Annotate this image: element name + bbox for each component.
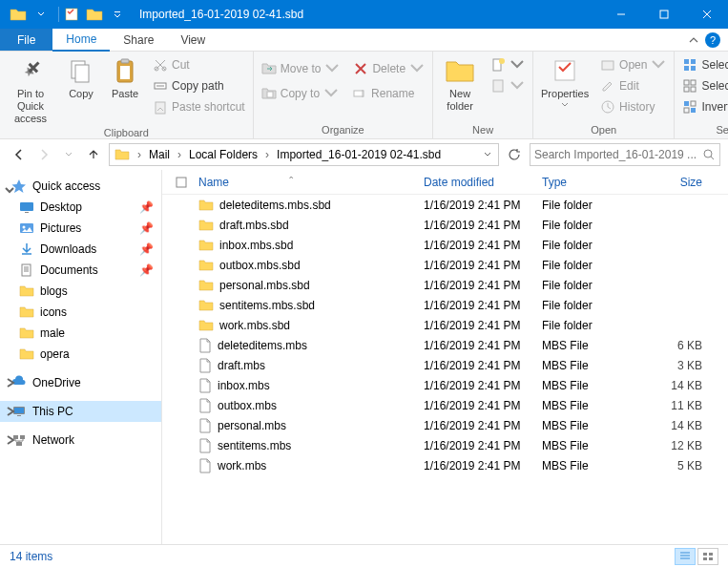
file-row[interactable]: outbox.mbs1/16/2019 2:41 PMMBS File11 KB bbox=[162, 395, 728, 415]
file-row[interactable]: sentitems.mbs.sbd1/16/2019 2:41 PMFile f… bbox=[162, 295, 728, 315]
help-icon[interactable]: ? bbox=[705, 32, 720, 48]
collapse-ribbon-icon[interactable] bbox=[688, 34, 699, 46]
ribbon: Pin to Quick access Copy Paste Cut Copy … bbox=[0, 52, 728, 139]
breadcrumb[interactable]: › Mail › Local Folders › Imported_16-01-… bbox=[109, 143, 499, 166]
tab-home[interactable]: Home bbox=[52, 29, 110, 52]
search-input[interactable] bbox=[534, 148, 702, 161]
column-date[interactable]: Date modified bbox=[418, 176, 536, 189]
column-size[interactable]: Size bbox=[641, 176, 708, 189]
select-none-button[interactable]: Select none bbox=[678, 76, 728, 95]
sidebar-quick-access[interactable]: Quick access bbox=[0, 176, 161, 197]
file-type: MBS File bbox=[536, 399, 641, 412]
file-row[interactable]: personal.mbs.sbd1/16/2019 2:41 PMFile fo… bbox=[162, 275, 728, 295]
history-button[interactable]: History bbox=[596, 97, 670, 116]
file-row[interactable]: deleteditems.mbs1/16/2019 2:41 PMMBS Fil… bbox=[162, 335, 728, 355]
pin-to-quick-access-button[interactable]: Pin to Quick access bbox=[4, 53, 57, 126]
large-icons-view-button[interactable] bbox=[697, 548, 718, 565]
file-type: File folder bbox=[536, 299, 641, 312]
back-button[interactable] bbox=[8, 143, 31, 166]
svg-rect-21 bbox=[691, 59, 696, 64]
new-folder-icon[interactable] bbox=[84, 4, 105, 25]
properties-icon[interactable] bbox=[61, 4, 82, 25]
folder-icon bbox=[198, 220, 214, 231]
chevron-right-icon[interactable]: › bbox=[135, 148, 144, 161]
folder-icon bbox=[198, 280, 214, 291]
breadcrumb-item[interactable]: Local Folders bbox=[184, 144, 262, 165]
file-row[interactable]: inbox.mbs.sbd1/16/2019 2:41 PMFile folde… bbox=[162, 235, 728, 255]
breadcrumb-item[interactable]: Mail bbox=[144, 144, 175, 165]
select-all-checkbox[interactable] bbox=[170, 177, 193, 188]
file-name: sentitems.mbs bbox=[218, 439, 291, 452]
file-name: outbox.mbs.sbd bbox=[219, 259, 301, 272]
select-all-button[interactable]: Select all bbox=[678, 55, 728, 74]
maximize-button[interactable] bbox=[642, 0, 685, 29]
new-item-button[interactable] bbox=[487, 55, 529, 74]
sidebar-downloads[interactable]: Downloads📌 bbox=[0, 239, 161, 260]
file-row[interactable]: personal.mbs1/16/2019 2:41 PMMBS File14 … bbox=[162, 415, 728, 435]
sidebar-pictures[interactable]: Pictures📌 bbox=[0, 218, 161, 239]
ribbon-group-clipboard: Pin to Quick access Copy Paste Cut Copy … bbox=[0, 52, 254, 138]
sidebar-opera[interactable]: opera bbox=[0, 344, 161, 365]
easy-access-button[interactable] bbox=[487, 76, 529, 95]
recent-dropdown-icon[interactable] bbox=[57, 143, 80, 166]
move-to-button[interactable]: Move to bbox=[258, 59, 344, 78]
refresh-button[interactable] bbox=[503, 143, 526, 166]
file-size: 14 KB bbox=[641, 379, 708, 392]
rename-button[interactable]: Rename bbox=[348, 84, 418, 103]
copy-button[interactable]: Copy bbox=[61, 53, 101, 100]
column-type[interactable]: Type bbox=[536, 176, 641, 189]
copy-to-button[interactable]: Copy to bbox=[258, 84, 343, 103]
copy-path-button[interactable]: Copy path bbox=[149, 76, 249, 95]
breadcrumb-item[interactable]: Imported_16-01-2019 02-41.sbd bbox=[272, 144, 446, 165]
file-row[interactable]: outbox.mbs.sbd1/16/2019 2:41 PMFile fold… bbox=[162, 255, 728, 275]
forward-button[interactable] bbox=[32, 143, 55, 166]
file-row[interactable]: deleteditems.mbs.sbd1/16/2019 2:41 PMFil… bbox=[162, 195, 728, 215]
search-box[interactable] bbox=[530, 143, 720, 166]
sidebar-male[interactable]: male bbox=[0, 323, 161, 344]
file-row[interactable]: sentitems.mbs1/16/2019 2:41 PMMBS File12… bbox=[162, 435, 728, 455]
close-button[interactable] bbox=[685, 0, 728, 29]
tab-share[interactable]: Share bbox=[110, 29, 167, 51]
cut-button[interactable]: Cut bbox=[149, 55, 249, 74]
paste-button[interactable]: Paste bbox=[105, 53, 145, 100]
file-date: 1/16/2019 2:41 PM bbox=[418, 219, 536, 232]
file-row[interactable]: work.mbs1/16/2019 2:41 PMMBS File5 KB bbox=[162, 455, 728, 475]
sidebar-network[interactable]: Network bbox=[0, 430, 161, 451]
file-icon bbox=[198, 358, 212, 373]
file-row[interactable]: draft.mbs.sbd1/16/2019 2:41 PMFile folde… bbox=[162, 215, 728, 235]
sidebar-desktop[interactable]: Desktop📌 bbox=[0, 197, 161, 218]
file-icon bbox=[198, 338, 212, 353]
up-button[interactable] bbox=[82, 143, 105, 166]
file-date: 1/16/2019 2:41 PM bbox=[418, 259, 536, 272]
details-view-button[interactable] bbox=[675, 548, 696, 565]
svg-rect-7 bbox=[120, 66, 130, 79]
sidebar-onedrive[interactable]: OneDrive bbox=[0, 372, 161, 393]
file-row[interactable]: inbox.mbs1/16/2019 2:41 PMMBS File14 KB bbox=[162, 375, 728, 395]
svg-rect-27 bbox=[691, 87, 696, 92]
file-row[interactable]: work.mbs.sbd1/16/2019 2:41 PMFile folder bbox=[162, 315, 728, 335]
new-folder-button[interactable]: New folder bbox=[437, 53, 483, 113]
chevron-right-icon[interactable]: › bbox=[175, 148, 184, 161]
tab-view[interactable]: View bbox=[167, 29, 218, 51]
chevron-down-icon[interactable] bbox=[31, 4, 52, 25]
open-button[interactable]: Open bbox=[596, 55, 670, 74]
sidebar-icons[interactable]: icons bbox=[0, 302, 161, 323]
file-size: 14 KB bbox=[641, 419, 708, 432]
column-name[interactable]: Name ˆ bbox=[193, 176, 418, 189]
qat-dropdown-icon[interactable] bbox=[107, 4, 128, 25]
minimize-button[interactable] bbox=[599, 0, 642, 29]
breadcrumb-dropdown-icon[interactable] bbox=[477, 144, 498, 165]
sidebar-blogs[interactable]: blogs bbox=[0, 281, 161, 302]
sidebar-documents[interactable]: Documents📌 bbox=[0, 260, 161, 281]
paste-shortcut-button[interactable]: Paste shortcut bbox=[149, 97, 249, 116]
properties-button[interactable]: Properties bbox=[537, 53, 593, 108]
chevron-right-icon[interactable]: › bbox=[262, 148, 272, 161]
sidebar-this-pc[interactable]: This PC bbox=[0, 401, 161, 422]
invert-selection-button[interactable]: Invert selection bbox=[678, 97, 728, 116]
delete-button[interactable]: Delete bbox=[349, 59, 428, 78]
svg-rect-0 bbox=[66, 9, 77, 20]
edit-button[interactable]: Edit bbox=[596, 76, 670, 95]
file-row[interactable]: draft.mbs1/16/2019 2:41 PMMBS File3 KB bbox=[162, 355, 728, 375]
tab-file[interactable]: File bbox=[0, 29, 52, 51]
file-name: work.mbs bbox=[218, 459, 266, 472]
